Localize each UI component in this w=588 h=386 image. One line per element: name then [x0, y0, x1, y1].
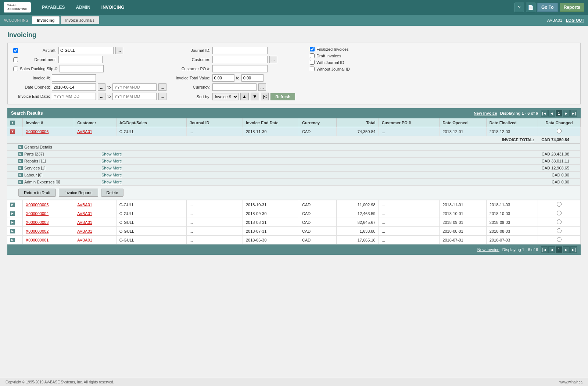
- labour-expand-icon[interactable]: ►: [18, 173, 23, 177]
- customer-picker-button[interactable]: ...: [269, 56, 277, 63]
- last-page-btn-bottom[interactable]: ►|: [570, 246, 577, 253]
- invoice-end-date-from-picker[interactable]: ...: [98, 93, 105, 100]
- without-journal-checkbox[interactable]: [310, 67, 315, 71]
- date-opened-to-input[interactable]: [112, 83, 157, 91]
- row1-customer-link[interactable]: AVBA01: [77, 129, 92, 134]
- row5-invoice-link[interactable]: X000000002: [26, 229, 49, 233]
- row2-expand-icon[interactable]: ►: [10, 203, 15, 207]
- currency-input[interactable]: [212, 83, 257, 91]
- sort-select[interactable]: Invoice #: [212, 93, 239, 100]
- tab-invoice-journals[interactable]: Invoice Journals: [61, 16, 100, 24]
- general-details-expand-icon[interactable]: ►: [18, 145, 23, 149]
- help-icon[interactable]: ?: [514, 3, 524, 12]
- sort-asc-button[interactable]: ▲: [240, 93, 249, 100]
- tab-invoicing[interactable]: Invoicing: [32, 16, 59, 24]
- return-to-draft-button[interactable]: Return to Draft: [18, 189, 56, 197]
- with-journal-checkbox[interactable]: [310, 60, 315, 65]
- row6-expand-cell[interactable]: ►: [7, 236, 22, 244]
- row4-expand-icon[interactable]: ►: [10, 220, 15, 225]
- refresh-button[interactable]: Refresh: [270, 93, 295, 100]
- aircraft-checkbox[interactable]: [13, 48, 18, 53]
- row6-invoice-link[interactable]: X000000001: [26, 238, 49, 242]
- parts-show-more[interactable]: Show More: [101, 152, 122, 156]
- row4-invoice-link[interactable]: X000000003: [26, 220, 49, 225]
- currency-picker-button[interactable]: ...: [258, 83, 266, 91]
- prev-page-btn-top[interactable]: ◄: [548, 110, 555, 117]
- date-opened-to-picker[interactable]: ...: [158, 83, 166, 91]
- row5-customer-link[interactable]: AVBA01: [77, 229, 92, 233]
- row4-customer-link[interactable]: AVBA01: [77, 220, 92, 225]
- invoice-end-date-to-picker[interactable]: ...: [158, 93, 166, 100]
- document-icon[interactable]: 📄: [526, 3, 535, 12]
- invoice-total-to-input[interactable]: [241, 74, 263, 82]
- aircraft-picker-button[interactable]: ...: [115, 47, 123, 54]
- invoice-end-date-to-input[interactable]: [112, 93, 157, 100]
- admin-expenses-expand-icon[interactable]: ►: [18, 180, 23, 184]
- row3-customer-link[interactable]: AVBA01: [77, 211, 92, 216]
- invoice-total-from-input[interactable]: [212, 74, 234, 82]
- row1-radio[interactable]: [557, 129, 562, 133]
- department-input[interactable]: [58, 56, 103, 63]
- row5-radio[interactable]: [557, 228, 562, 233]
- page-1-btn-top[interactable]: 1: [556, 110, 562, 117]
- sales-slip-checkbox[interactable]: [13, 67, 18, 71]
- repairs-show-more[interactable]: Show More: [101, 159, 122, 163]
- first-page-btn-top[interactable]: |◄: [541, 110, 548, 117]
- nav-invoicing[interactable]: INVOICING: [101, 5, 125, 10]
- customer-input[interactable]: [212, 56, 268, 63]
- page-1-btn-bottom[interactable]: 1: [556, 246, 562, 253]
- reports-button[interactable]: Reports: [560, 3, 584, 12]
- invoice-end-date-from-input[interactable]: [52, 93, 96, 100]
- row4-radio[interactable]: [557, 219, 562, 224]
- first-page-btn-bottom[interactable]: |◄: [541, 246, 548, 253]
- delete-button[interactable]: Delete: [101, 189, 124, 197]
- journal-id-input[interactable]: [212, 47, 268, 54]
- goto-button[interactable]: Go To: [537, 3, 558, 12]
- row3-radio[interactable]: [557, 211, 562, 215]
- row6-customer-link[interactable]: AVBA01: [77, 238, 92, 242]
- invoice-input[interactable]: [52, 74, 96, 82]
- row3-expand-icon[interactable]: ►: [10, 211, 15, 216]
- department-checkbox[interactable]: [13, 57, 18, 62]
- row4-expand-cell[interactable]: ►: [7, 218, 22, 227]
- row1-expand-icon[interactable]: ▼: [10, 129, 15, 134]
- row2-expand-cell[interactable]: ►: [7, 200, 22, 209]
- draft-invoices-checkbox[interactable]: [310, 53, 315, 58]
- customer-po-input[interactable]: [212, 65, 268, 72]
- sales-slip-input[interactable]: [60, 65, 104, 72]
- labour-show-more[interactable]: Show More: [101, 173, 122, 177]
- row2-customer-link[interactable]: AVBA01: [77, 203, 92, 207]
- row5-expand-cell[interactable]: ►: [7, 227, 22, 236]
- row6-expand-icon[interactable]: ►: [10, 238, 15, 242]
- prev-page-btn-bottom[interactable]: ◄: [548, 246, 555, 253]
- row5-expand-icon[interactable]: ►: [10, 229, 15, 233]
- new-invoice-link-top[interactable]: New Invoice: [474, 111, 497, 115]
- invoice-reports-button[interactable]: Invoice Reports: [59, 189, 98, 197]
- row2-radio[interactable]: [557, 202, 562, 207]
- date-opened-from-input[interactable]: [52, 83, 96, 91]
- next-page-btn-top[interactable]: ►: [563, 110, 570, 117]
- repairs-expand-icon[interactable]: ►: [18, 159, 23, 163]
- row2-invoice-link[interactable]: X000000005: [26, 203, 49, 207]
- row1-invoice-link[interactable]: X000000006: [26, 129, 49, 134]
- row1-expand-cell[interactable]: ▼: [7, 127, 22, 136]
- nav-payables[interactable]: PAYABLES: [42, 5, 65, 10]
- row3-expand-cell[interactable]: ►: [7, 209, 22, 218]
- sort-first-button[interactable]: |<: [261, 93, 269, 100]
- row6-radio[interactable]: [557, 237, 562, 242]
- new-invoice-link-bottom[interactable]: New Invoice: [477, 247, 499, 252]
- services-show-more[interactable]: Show More: [101, 166, 122, 170]
- last-page-btn-top[interactable]: ►|: [570, 110, 577, 117]
- sort-desc-button[interactable]: ▼: [251, 93, 259, 100]
- finalized-invoices-checkbox[interactable]: [310, 47, 315, 51]
- collapse-all-icon[interactable]: ▼: [10, 121, 15, 125]
- parts-expand-icon[interactable]: ►: [18, 152, 23, 156]
- row3-invoice-link[interactable]: X000000004: [26, 211, 49, 216]
- aircraft-input[interactable]: [58, 47, 114, 54]
- next-page-btn-bottom[interactable]: ►: [563, 246, 570, 253]
- nav-admin[interactable]: ADMIN: [76, 5, 90, 10]
- date-opened-from-picker[interactable]: ...: [98, 83, 105, 91]
- services-expand-icon[interactable]: ►: [18, 166, 23, 170]
- admin-expenses-show-more[interactable]: Show More: [101, 180, 122, 184]
- logout-button[interactable]: LOG OUT: [566, 18, 584, 22]
